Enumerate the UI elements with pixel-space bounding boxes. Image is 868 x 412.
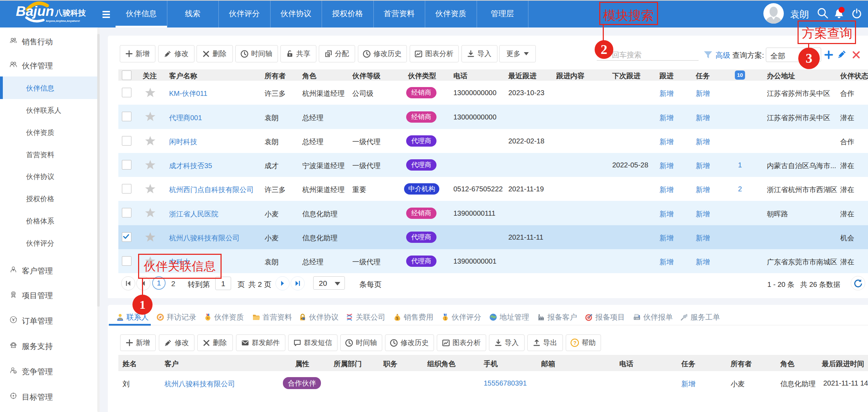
- svg-text:Bajun: Bajun: [16, 4, 54, 19]
- svg-text:?: ?: [574, 340, 577, 346]
- svg-text:八骏科技: 八骏科技: [55, 8, 86, 17]
- svg-text:1: 1: [445, 316, 447, 320]
- svg-text:vs: vs: [14, 371, 16, 373]
- svg-text:$: $: [396, 316, 398, 320]
- svg-text:Anyone,Anytime,Anywhere!: Anyone,Anytime,Anywhere!: [46, 19, 80, 23]
